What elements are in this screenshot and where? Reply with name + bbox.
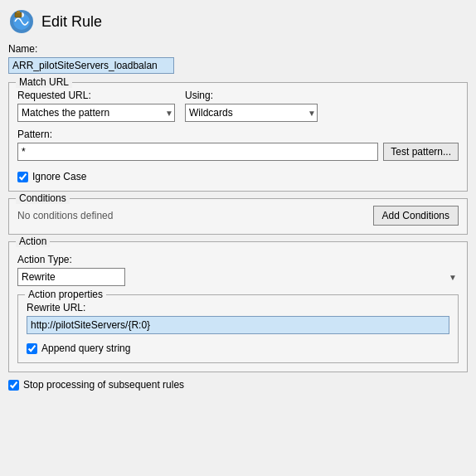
page-title: Edit Rule	[41, 13, 102, 31]
rewrite-url-label: Rewrite URL:	[27, 302, 449, 313]
ignore-case-row: Ignore Case	[17, 171, 459, 182]
using-field: Using: Wildcards ▼	[185, 90, 318, 122]
action-properties-legend: Action properties	[25, 289, 106, 300]
rewrite-url-field: Rewrite URL:	[27, 302, 449, 339]
action-type-arrow-icon: ▼	[449, 273, 457, 282]
requested-url-field: Requested URL: Matches the pattern ▼	[17, 90, 175, 122]
page-header: Edit Rule	[8, 8, 468, 35]
add-conditions-button[interactable]: Add Conditions	[373, 206, 459, 226]
using-select[interactable]: Wildcards	[185, 104, 318, 122]
pattern-input[interactable]	[17, 143, 378, 161]
conditions-legend: Conditions	[16, 192, 70, 204]
edit-rule-icon	[8, 8, 35, 35]
append-query-string-row: Append query string	[27, 342, 449, 354]
pattern-row: Test pattern...	[17, 143, 459, 161]
conditions-group: Conditions No conditions defined Add Con…	[8, 198, 468, 235]
match-url-group: Match URL Requested URL: Matches the pat…	[8, 82, 468, 192]
pattern-field: Pattern: Test pattern...	[17, 129, 459, 166]
stop-processing-row: Stop processing of subsequent rules	[8, 379, 468, 391]
conditions-row: No conditions defined Add Conditions	[17, 206, 459, 226]
requested-url-label: Requested URL:	[17, 90, 175, 101]
action-type-field: Action Type: Rewrite ▼	[17, 254, 459, 286]
requested-url-row: Requested URL: Matches the pattern ▼ Usi…	[17, 90, 459, 122]
using-select-wrapper: Wildcards ▼	[185, 104, 318, 122]
name-section: Name:	[8, 43, 468, 74]
svg-rect-4	[17, 11, 20, 13]
action-legend: Action	[16, 236, 50, 247]
no-conditions-text: No conditions defined	[17, 210, 113, 221]
name-input[interactable]	[8, 57, 174, 74]
append-query-string-checkbox[interactable]	[27, 343, 37, 354]
rewrite-url-input[interactable]	[27, 316, 449, 334]
pattern-label: Pattern:	[17, 129, 459, 140]
using-label: Using:	[185, 90, 318, 101]
action-type-select-wrapper: Rewrite ▼	[17, 268, 459, 286]
name-label: Name:	[8, 43, 468, 55]
action-properties-group: Action properties Rewrite URL: Append qu…	[17, 294, 459, 363]
requested-url-select[interactable]: Matches the pattern	[17, 104, 175, 122]
action-type-select[interactable]: Rewrite	[17, 268, 125, 286]
ignore-case-label: Ignore Case	[32, 171, 86, 182]
stop-processing-checkbox[interactable]	[8, 380, 19, 391]
append-query-string-label: Append query string	[41, 342, 130, 354]
action-group: Action Action Type: Rewrite ▼ Action pro…	[8, 241, 468, 372]
stop-processing-label: Stop processing of subsequent rules	[23, 379, 184, 391]
test-pattern-button[interactable]: Test pattern...	[383, 143, 459, 161]
action-type-label: Action Type:	[17, 254, 459, 265]
match-url-legend: Match URL	[16, 76, 72, 88]
requested-url-select-wrapper: Matches the pattern ▼	[17, 104, 175, 122]
ignore-case-checkbox[interactable]	[17, 172, 28, 182]
